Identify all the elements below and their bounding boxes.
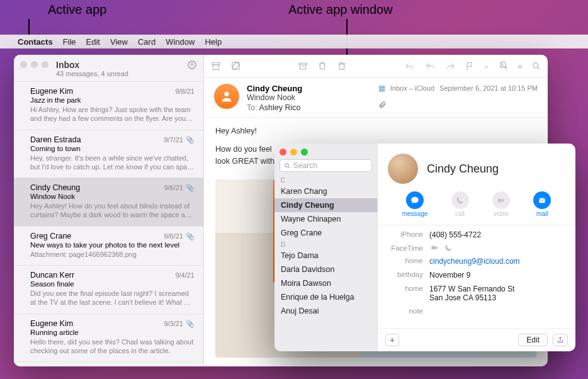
contact-item[interactable]: Greg Crane <box>274 226 377 240</box>
minimize-icon[interactable] <box>290 149 297 156</box>
contact-item[interactable]: Cindy Cheung <box>274 198 377 212</box>
field-label: note <box>388 307 429 315</box>
search-input[interactable]: Search <box>280 159 372 172</box>
message-header: Cindy Cheung Window Nook To: Ashley Rico… <box>204 77 548 118</box>
contacts-sidebar: Search CKaren ChangCindy CheungWayne Chi… <box>274 144 378 351</box>
sender-avatar <box>214 84 239 109</box>
field-label: FaceTime <box>388 244 429 252</box>
svg-rect-4 <box>299 63 307 65</box>
mail-action[interactable]: mail <box>533 191 551 217</box>
message-action[interactable]: message <box>402 191 428 217</box>
section-header: C <box>274 176 377 184</box>
facetime-audio-icon[interactable] <box>444 244 452 252</box>
mail-sidebar: Inbox 43 messages, 4 unread Eugene Kim9/… <box>14 55 204 366</box>
video-action[interactable]: video <box>492 191 510 217</box>
contact-item[interactable]: Tejo Dama <box>274 249 377 263</box>
field-label: home <box>388 285 429 292</box>
facetime-video-icon[interactable] <box>429 244 439 252</box>
body-line: Hey Ashley! <box>215 125 536 137</box>
contact-list[interactable]: CKaren ChangCindy CheungWayne ChinapenGr… <box>274 176 377 351</box>
reply-all-icon[interactable] <box>424 62 436 71</box>
callout-active-window: Active app window <box>288 3 393 17</box>
search-placeholder: Search <box>293 161 317 170</box>
contact-item[interactable]: Wayne Chinapen <box>274 212 377 226</box>
message-item[interactable]: Cindy Cheung9/6/21📎Window NookHey Ashley… <box>14 178 203 227</box>
callout-active-app: Active app <box>48 3 106 17</box>
svg-rect-2 <box>213 65 218 69</box>
message-subject: Window Nook <box>247 93 371 102</box>
message-item[interactable]: Chella Boehm9/3/21Thank youEverything wa… <box>14 362 203 366</box>
contact-item[interactable]: Enrique de la Huelga <box>274 290 377 304</box>
svg-point-0 <box>188 61 196 69</box>
address-value[interactable]: 1677 W San Fernando St San Jose CA 95113 <box>429 285 565 302</box>
message-item[interactable]: Greg Crane9/6/21📎New ways to take your p… <box>14 227 203 266</box>
contact-item[interactable]: Karen Chang <box>274 184 377 198</box>
window-controls[interactable] <box>20 61 48 68</box>
leader-line <box>28 19 30 35</box>
flag-icon[interactable] <box>465 61 475 71</box>
contact-item[interactable]: Darla Davidson <box>274 263 377 276</box>
svg-rect-10 <box>431 246 435 250</box>
email-value[interactable]: cindycheung9@icloud.com <box>429 257 520 266</box>
svg-point-5 <box>533 62 538 67</box>
contacts-window: Search CKaren ChangCindy CheungWayne Chi… <box>274 144 575 351</box>
close-icon[interactable] <box>280 149 286 156</box>
share-icon[interactable] <box>553 334 568 346</box>
section-header: D <box>274 240 377 249</box>
field-label: birthday <box>388 271 429 278</box>
message-to: Ashley Rico <box>259 103 300 112</box>
svg-rect-8 <box>498 198 502 202</box>
search-icon[interactable] <box>531 61 541 71</box>
menu-window[interactable]: Window <box>166 37 195 47</box>
field-label: iPhone <box>388 230 429 238</box>
forward-icon[interactable] <box>445 62 456 71</box>
menu-view[interactable]: View <box>110 37 128 47</box>
svg-rect-9 <box>540 198 545 202</box>
phone-value[interactable]: (408) 555-4722 <box>429 230 565 239</box>
junk-icon[interactable] <box>336 60 348 71</box>
birthday-value: November 9 <box>429 271 565 280</box>
chevron-down-icon[interactable]: ⌄ <box>483 62 489 70</box>
reply-icon[interactable] <box>404 62 415 71</box>
minimize-icon[interactable] <box>31 61 38 68</box>
message-item[interactable]: Eugene Kim9/8/21Jazz in the parkHi Ashle… <box>14 82 203 130</box>
message-date: September 6, 2021 at 10:15 PM <box>439 84 538 92</box>
zoom-icon[interactable] <box>42 61 48 68</box>
contact-avatar <box>388 154 418 184</box>
message-list[interactable]: Eugene Kim9/8/21Jazz in the parkHi Ashle… <box>14 82 203 366</box>
message-item[interactable]: Eugene Kim9/3/21📎Running articleHello th… <box>14 314 203 363</box>
svg-point-6 <box>224 92 229 96</box>
filter-icon[interactable] <box>187 60 197 70</box>
inbox-subtitle: 43 messages, 4 unread <box>56 70 187 77</box>
menu-help[interactable]: Help <box>205 37 222 47</box>
field-label: home <box>388 257 429 264</box>
inbox-folder-icon: ▦ <box>378 84 385 93</box>
menu-file[interactable]: File <box>63 37 76 47</box>
add-button[interactable]: + <box>385 334 399 346</box>
menu-app-name[interactable]: Contacts <box>18 37 53 47</box>
zoom-icon[interactable] <box>301 149 308 156</box>
message-item[interactable]: Daren Estrada9/7/21📎Coming to townHey, s… <box>14 130 203 179</box>
contact-item[interactable]: Anuj Desai <box>274 304 377 318</box>
message-from: Cindy Cheung <box>247 84 371 93</box>
menubar: Contacts File Edit View Card Window Help <box>0 35 588 48</box>
menu-edit[interactable]: Edit <box>86 37 100 47</box>
attachment-icon <box>378 100 538 109</box>
trash-icon[interactable] <box>317 60 327 71</box>
menu-card[interactable]: Card <box>138 37 155 47</box>
message-folder: Inbox – iCloud <box>390 84 434 92</box>
archive-icon[interactable] <box>210 61 222 71</box>
compose-icon[interactable] <box>230 60 241 71</box>
archive-box-icon[interactable] <box>297 61 308 71</box>
more-icon[interactable]: » <box>517 61 523 71</box>
to-label: To: <box>247 103 257 112</box>
contact-item[interactable]: Moira Dawson <box>274 276 377 290</box>
svg-point-7 <box>285 163 289 167</box>
close-icon[interactable] <box>20 61 27 68</box>
call-action[interactable]: call <box>451 191 469 217</box>
mail-toolbar: ⌄ » <box>204 55 548 77</box>
contact-name: Cindy Cheung <box>427 162 499 176</box>
mute-icon[interactable] <box>498 60 509 71</box>
message-item[interactable]: Duncan Kerr9/4/21Season finaleDid you se… <box>14 266 203 314</box>
edit-button[interactable]: Edit <box>518 334 548 346</box>
